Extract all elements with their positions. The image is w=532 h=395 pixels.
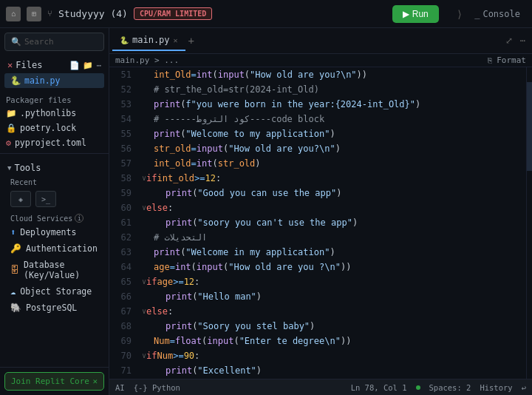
- python-lang-label[interactable]: {-} Python: [134, 383, 180, 392]
- token-num: 12: [184, 274, 194, 289]
- chevron-icon: ⟩: [457, 8, 463, 20]
- shell-icon: >_: [41, 195, 50, 203]
- token-str: "Excellent": [197, 363, 256, 378]
- cpu-badge: CPU/RAM LIMITED: [134, 7, 212, 20]
- token-plain: ): [335, 141, 341, 156]
- line-number-56: 56: [109, 141, 132, 156]
- token-fn: print: [166, 319, 192, 334]
- token-var: int_old: [154, 156, 191, 171]
- line-number-68: 68: [109, 319, 132, 334]
- code-line-59: print("Good you can use the app"): [142, 186, 526, 200]
- service-database[interactable]: 🗄 Database (Key/Value): [4, 257, 104, 283]
- project-title: Studyyyy (4): [58, 8, 128, 19]
- token-plain: (: [213, 67, 218, 82]
- token-fn: print: [166, 215, 192, 230]
- replit-icon-btn[interactable]: ◈: [10, 191, 31, 207]
- token-fn: print: [154, 97, 180, 112]
- token-op: >=: [194, 171, 205, 186]
- token-str: "Soory you stel baby": [197, 319, 310, 334]
- packager-label: Packager files: [0, 91, 109, 106]
- code-lines-container[interactable]: 5152535455565758596061626364656667686970…: [109, 67, 526, 379]
- service-postgresql[interactable]: 🐘 PostgreSQL: [4, 300, 104, 316]
- bottom-bar: Join Replit Core ✕: [0, 367, 109, 395]
- grid-icon[interactable]: ⊞: [27, 7, 41, 21]
- tools-header[interactable]: ▼ Tools: [4, 160, 104, 176]
- run-button[interactable]: ▶ Run: [392, 5, 438, 23]
- line-number-71: 71: [109, 363, 132, 378]
- files-more-icon[interactable]: ⋯: [96, 61, 101, 70]
- token-str: "How old are you?\n": [250, 67, 357, 82]
- join-close-icon[interactable]: ✕: [92, 377, 98, 386]
- token-str: "Welcome in my application": [185, 245, 330, 260]
- service-authentication[interactable]: 🔑 Authentication: [4, 240, 104, 257]
- line-number-58: 58: [109, 171, 132, 186]
- file-pyproject-toml[interactable]: ⚙ pyproject.toml: [0, 135, 109, 150]
- token-op: =: [170, 334, 175, 348]
- search-icon: 🔍: [11, 37, 21, 47]
- new-file-icon[interactable]: 📄: [69, 61, 80, 70]
- token-cm: # str_the_old=str(2024-int_Old): [154, 82, 319, 97]
- line-number-62: 62: [109, 230, 132, 245]
- token-str: "How old are you ?\n": [228, 260, 341, 274]
- code-line-51: int_Old=int(input("How old are you?\n")): [142, 67, 526, 82]
- tab-close-icon[interactable]: ✕: [174, 36, 178, 44]
- token-plain: :: [216, 171, 221, 186]
- service-object-storage[interactable]: ☁ Object Storage: [4, 283, 104, 300]
- ai-label[interactable]: AI: [115, 383, 125, 392]
- history-label[interactable]: History: [480, 383, 512, 392]
- file-pythonlibs[interactable]: 📁 .pythonlibs: [0, 106, 109, 121]
- breadcrumb: main.py > ...: [115, 55, 179, 65]
- tools-section: ▼ Tools Recent ◈ >_ Cloud Services i ⬆ D…: [0, 157, 109, 319]
- file-poetry-lock[interactable]: 🔒 poetry.lock: [0, 121, 109, 135]
- token-plain: ): [310, 319, 315, 334]
- token-fn: input: [218, 67, 245, 82]
- line-number-63: 63: [109, 245, 132, 260]
- code-line-65: ∨ if age >= 12:: [142, 274, 526, 289]
- cursor-position: Ln 78, Col 1: [351, 383, 407, 392]
- token-plain: (: [180, 245, 185, 260]
- token-str: "Good you can use the app": [197, 186, 336, 200]
- files-section: ✕ Files 📄 📁 ⋯ 🐍 main.py: [0, 54, 109, 91]
- token-op: =: [191, 67, 197, 82]
- token-kw: else: [146, 304, 168, 319]
- more-icon[interactable]: ⋯: [516, 36, 529, 46]
- line-number-70: 70: [109, 348, 132, 363]
- token-plain: (: [245, 67, 250, 82]
- token-str: "soory you can't use the app": [197, 215, 352, 230]
- new-folder-icon[interactable]: 📁: [83, 61, 93, 70]
- join-replit-button[interactable]: Join Replit Core ✕: [4, 372, 104, 391]
- token-fn: print: [166, 363, 192, 378]
- line-number-65: 65: [109, 274, 132, 289]
- files-label: ✕ Files: [7, 60, 42, 70]
- code-line-54: # ------كود التروط----code block: [142, 112, 526, 126]
- storage-icon: ☁: [10, 286, 16, 297]
- token-plain: (: [192, 363, 197, 378]
- token-plain: ): [256, 363, 262, 378]
- recent-label: Recent: [4, 176, 104, 189]
- console-tab[interactable]: _ Console: [468, 6, 526, 22]
- expand-icon[interactable]: ⤢: [502, 36, 516, 46]
- line-number-54: 54: [109, 112, 132, 126]
- token-plain: :: [194, 274, 200, 289]
- token-plain: ): [352, 215, 358, 230]
- token-fn: input: [197, 260, 223, 274]
- token-plain: (: [192, 319, 197, 334]
- lock-file-icon: 🔒: [6, 123, 16, 133]
- shell-icon-btn[interactable]: >_: [35, 191, 56, 207]
- home-icon[interactable]: ⌂: [6, 7, 21, 21]
- token-kw: if: [146, 171, 157, 186]
- format-button[interactable]: ⎘ Format: [488, 55, 526, 65]
- tab-main-py[interactable]: 🐍 main.py ✕: [112, 30, 185, 51]
- token-plain: ): [330, 245, 335, 260]
- service-deployments[interactable]: ⬆ Deployments: [4, 224, 104, 240]
- new-tab-button[interactable]: +: [185, 35, 197, 47]
- token-fn: input: [197, 141, 223, 156]
- line-numbers: 5152535455565758596061626364656667686970…: [109, 67, 136, 379]
- files-close-icon: ✕: [7, 60, 13, 70]
- database-icon: 🗄: [10, 265, 19, 275]
- token-op: =: [170, 260, 175, 274]
- search-box[interactable]: 🔍 Search: [4, 33, 104, 51]
- token-plain: (: [192, 186, 197, 200]
- files-header[interactable]: ✕ Files 📄 📁 ⋯: [4, 57, 104, 73]
- file-main-py[interactable]: 🐍 main.py: [4, 73, 104, 88]
